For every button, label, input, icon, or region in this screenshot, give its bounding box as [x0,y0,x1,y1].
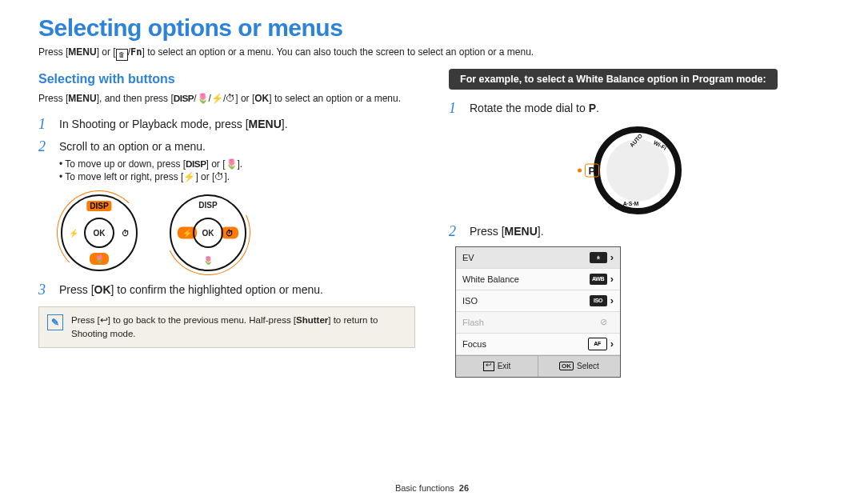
left-intro-para: Press [MENU], and then press [DISP/🌷/⚡/⏱… [38,91,415,106]
menu-row-focus[interactable]: Focus AF› [456,334,620,355]
af-value-icon: AF [588,338,607,350]
disp-button-icon: DISP [198,201,217,210]
mode-dial-p-indicator: P [578,163,600,177]
camera-menu-screenshot: EV ±› White Balance AWB› ISO ISO› Flash … [455,246,621,378]
menu-row-ev[interactable]: EV ±› [456,247,620,269]
flash-icon: ⚡ [211,93,223,104]
menu-bottom-bar: Exit OK Select [456,355,620,377]
sub-bullet: To move up or down, press [DISP] or [🌷]. [59,158,415,170]
iso-value-icon: ISO [590,295,607,306]
example-label: For example, to select a White Balance o… [449,69,778,90]
menu-row-iso[interactable]: ISO ISO› [456,290,620,312]
back-icon [483,362,494,371]
mode-dial-asm-label: A·S·M [619,201,643,206]
page-footer: Basic functions26 [0,483,864,493]
flash-disabled-icon: ⊘ [600,317,607,327]
timer-icon: ⏱ [226,93,235,104]
example-step-1: 1 Rotate the mode dial to P. [449,101,826,117]
page-title: Selecting options or menus [38,14,826,42]
ev-value-icon: ± [590,252,607,263]
sub-bullet: To move left or right, press [⚡] or [⏱]. [59,170,415,183]
subheading-selecting-with-buttons: Selecting with buttons [38,72,415,86]
exit-button[interactable]: Exit [456,356,538,377]
page-intro: Press [MENU] or [🗑/Fn] to select an opti… [38,46,826,61]
select-button[interactable]: OK Select [538,356,620,377]
macro-button-highlight: 🌷 [90,253,109,265]
trash-fn-key-icon: 🗑 [116,49,128,61]
macro-button-icon: 🌷 [203,256,213,265]
nav-wheel-figures: DISP 🌷 ⚡ ⏱ OK DISP 🌷 ⚡ ⏱ OK [61,194,415,271]
timer-button-icon: ⏱ [122,229,130,238]
nav-wheel-vertical: DISP 🌷 ⚡ ⏱ OK [61,194,138,271]
menu-row-white-balance[interactable]: White Balance AWB› [456,269,620,290]
macro-icon: 🌷 [197,93,209,104]
mode-dial-figure: P AUTO Wi-Fi A·S·M [590,123,685,218]
note-text: Press [↩] to go back to the previous men… [71,314,406,342]
menu-key-icon: MENU [68,46,96,58]
step-3: 3 Press [OK] to confirm the highlighted … [38,282,415,298]
example-step-2: 2 Press [MENU]. [449,224,826,240]
ok-button-icon: OK [193,218,223,248]
right-column: For example, to select a White Balance o… [449,69,826,378]
timer-button-highlight: ⏱ [221,227,238,239]
note-box: ✎ Press [↩] to go back to the previous m… [38,306,415,349]
disp-button-highlight: DISP [86,201,111,211]
left-column: Selecting with buttons Press [MENU], and… [38,69,415,378]
awb-value-icon: AWB [590,274,607,285]
step-1: 1 In Shooting or Playback mode, press [M… [38,117,415,133]
menu-row-flash: Flash ⊘› [456,312,620,334]
flash-button-icon: ⚡ [69,229,78,238]
step-2: 2 Scroll to an option or a menu. To move… [38,139,415,186]
ok-button-icon: OK [84,218,114,248]
nav-wheel-horizontal: DISP 🌷 ⚡ ⏱ OK [170,194,246,271]
note-icon: ✎ [47,314,63,330]
ok-badge-icon: OK [559,362,574,370]
